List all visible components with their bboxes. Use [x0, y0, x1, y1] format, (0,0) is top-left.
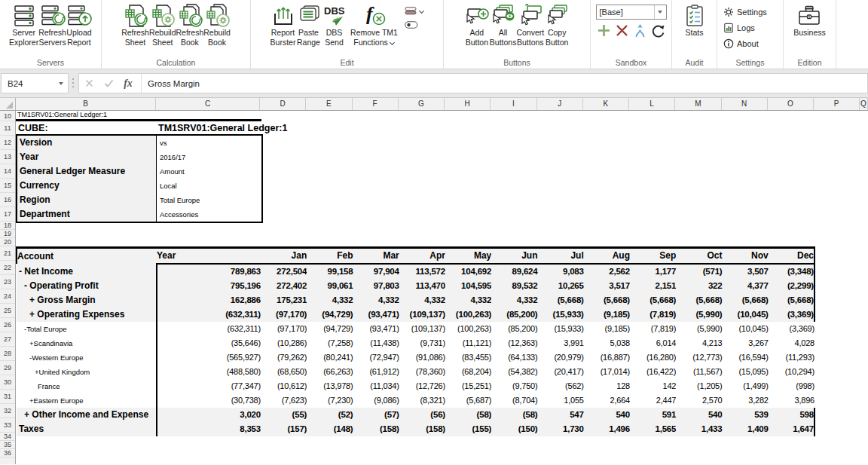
- value-cell[interactable]: (109,137): [399, 307, 445, 322]
- account-cell[interactable]: +United Kingdom: [17, 365, 157, 379]
- select-all-corner[interactable]: [0, 98, 16, 110]
- value-cell[interactable]: 128: [584, 379, 630, 393]
- value-cell[interactable]: (80,241): [307, 350, 353, 365]
- value-cell[interactable]: (56): [399, 408, 445, 422]
- value-cell[interactable]: (94,729): [307, 322, 353, 336]
- column-header-L[interactable]: L: [629, 98, 675, 110]
- value-cell[interactable]: (100,263): [445, 307, 491, 322]
- value-cell[interactable]: (2,299): [769, 279, 815, 293]
- value-cell[interactable]: 1,565: [630, 422, 676, 436]
- value-cell[interactable]: (7,258): [307, 336, 353, 350]
- value-cell[interactable]: 142: [630, 379, 676, 393]
- column-header-D[interactable]: D: [260, 98, 306, 110]
- report-burster-button[interactable]: ReportBurster: [270, 2, 296, 47]
- value-cell[interactable]: (83,455): [445, 350, 491, 365]
- column-header-O[interactable]: O: [768, 98, 814, 110]
- formula-bar-grip[interactable]: [72, 78, 74, 87]
- value-cell[interactable]: 1,647: [769, 422, 815, 436]
- value-cell[interactable]: 113,572: [399, 264, 445, 279]
- cancel-entry-button[interactable]: [79, 74, 99, 93]
- value-cell[interactable]: 4,213: [676, 336, 722, 350]
- value-cell[interactable]: 1,433: [676, 422, 722, 436]
- value-cell[interactable]: 1,177: [630, 264, 676, 279]
- value-cell[interactable]: 97,803: [353, 279, 399, 293]
- server-title-cell[interactable]: TM1SRV01:General Ledger:1: [16, 111, 261, 121]
- dbs-send-button[interactable]: DBS DBSSend: [322, 2, 347, 47]
- column-header-C[interactable]: C: [156, 98, 260, 110]
- value-cell[interactable]: (157): [261, 422, 307, 436]
- value-cell[interactable]: 3,507: [723, 264, 769, 279]
- value-cell[interactable]: 4,028: [769, 336, 815, 350]
- value-cell[interactable]: 2,664: [584, 393, 630, 408]
- value-cell[interactable]: 1,496: [584, 422, 630, 436]
- value-cell[interactable]: (9,750): [491, 379, 537, 393]
- toggle-mini-button[interactable]: [405, 21, 424, 29]
- value-cell[interactable]: (52): [307, 408, 353, 422]
- sandbox-merge-button[interactable]: [632, 23, 648, 38]
- dimension-label-cell[interactable]: Department: [17, 207, 156, 222]
- value-cell[interactable]: (93,471): [353, 322, 399, 336]
- value-cell[interactable]: (16,280): [630, 350, 676, 365]
- month-header-cell[interactable]: Jul: [538, 248, 584, 265]
- row-header-21[interactable]: 21: [0, 246, 15, 261]
- value-cell[interactable]: (11,567): [676, 365, 722, 379]
- value-cell[interactable]: (5,990): [676, 307, 722, 322]
- value-cell[interactable]: 3,267: [723, 336, 769, 350]
- value-cell[interactable]: 4,332: [491, 293, 537, 307]
- value-cell[interactable]: (16,422): [630, 365, 676, 379]
- value-cell[interactable]: (3,369): [769, 322, 815, 336]
- dimension-value-cell[interactable]: Amount: [156, 164, 261, 179]
- row-header-16[interactable]: 16: [0, 193, 15, 207]
- value-cell[interactable]: 104,595: [445, 279, 491, 293]
- row-header-17[interactable]: 17: [0, 207, 15, 222]
- formula-input[interactable]: Gross Margin: [142, 79, 200, 88]
- business-edition-button[interactable]: Business: [793, 2, 826, 38]
- row-header-24[interactable]: 24: [0, 289, 15, 304]
- value-cell[interactable]: (562): [538, 379, 584, 393]
- value-cell[interactable]: (10,294): [769, 365, 815, 379]
- row-header-30[interactable]: 30: [0, 375, 15, 390]
- value-cell[interactable]: 5,038: [584, 336, 630, 350]
- value-cell[interactable]: (109,137): [399, 322, 445, 336]
- value-cell[interactable]: 1,409: [723, 422, 769, 436]
- value-cell[interactable]: (5,668): [723, 293, 769, 307]
- value-cell[interactable]: (97,170): [261, 307, 307, 322]
- value-cell[interactable]: (155): [445, 422, 491, 436]
- dimension-label-cell[interactable]: Version: [17, 136, 156, 150]
- value-cell[interactable]: (9,086): [353, 393, 399, 408]
- value-cell[interactable]: 4,377: [723, 279, 769, 293]
- all-buttons-button[interactable]: AllButtons: [490, 2, 517, 47]
- value-cell[interactable]: 1,730: [538, 422, 584, 436]
- value-cell[interactable]: (15,933): [538, 307, 584, 322]
- value-cell[interactable]: (8,321): [399, 393, 445, 408]
- value-cell[interactable]: 598: [769, 408, 815, 422]
- account-cell[interactable]: - Net Income: [17, 264, 157, 279]
- stats-button[interactable]: Stats: [682, 2, 708, 38]
- value-cell[interactable]: (57): [353, 408, 399, 422]
- value-cell[interactable]: (5,687): [445, 393, 491, 408]
- dimension-value-cell[interactable]: Total Europe: [156, 193, 261, 207]
- convert-buttons-button[interactable]: ConvertButtons: [516, 2, 544, 47]
- row-header-13[interactable]: 13: [0, 150, 15, 164]
- value-cell[interactable]: (12,773): [676, 350, 722, 365]
- value-cell[interactable]: 2,447: [630, 393, 676, 408]
- value-cell[interactable]: 789,863: [157, 264, 261, 279]
- value-cell[interactable]: 6,014: [630, 336, 676, 350]
- dimension-label-cell[interactable]: Year: [17, 150, 156, 164]
- column-header-Q[interactable]: Q: [860, 98, 868, 110]
- value-cell[interactable]: (7,819): [630, 322, 676, 336]
- row-header-11[interactable]: 11: [0, 121, 15, 136]
- value-cell[interactable]: (632,311): [157, 322, 261, 336]
- row-header-23[interactable]: 23: [0, 275, 15, 289]
- row-header-36[interactable]: 36: [0, 449, 15, 457]
- value-cell[interactable]: (10,612): [261, 379, 307, 393]
- value-cell[interactable]: (16,594): [723, 350, 769, 365]
- cell-format-mini-button[interactable]: [405, 7, 424, 15]
- value-cell[interactable]: (488,580): [157, 365, 261, 379]
- account-cell[interactable]: + Other Income and Expense: [17, 408, 157, 422]
- month-header-cell[interactable]: Apr: [399, 248, 445, 265]
- value-cell[interactable]: (91,086): [399, 350, 445, 365]
- month-header-cell[interactable]: Dec: [769, 248, 815, 265]
- value-cell[interactable]: 175,231: [261, 293, 307, 307]
- month-header-cell[interactable]: Feb: [307, 248, 353, 265]
